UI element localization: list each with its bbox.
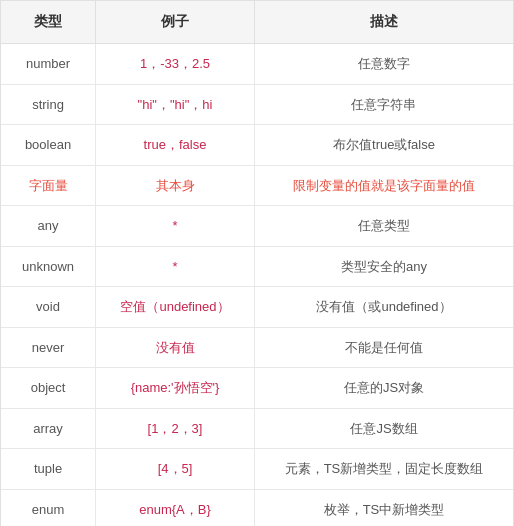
- cell-description: 任意数字: [254, 44, 513, 85]
- table-row: never没有值不能是任何值: [1, 327, 513, 368]
- cell-description: 不能是任何值: [254, 327, 513, 368]
- cell-example: [1，2，3]: [96, 408, 255, 449]
- cell-example: *: [96, 206, 255, 247]
- cell-example: "hi"，"hi"，hi: [96, 84, 255, 125]
- cell-description: 布尔值true或false: [254, 125, 513, 166]
- table-row: array[1，2，3]任意JS数组: [1, 408, 513, 449]
- cell-example: 空值（undefined）: [96, 287, 255, 328]
- table-row: unknown*类型安全的any: [1, 246, 513, 287]
- cell-example: *: [96, 246, 255, 287]
- type-table-container: 类型 例子 描述 number1，-33，2.5任意数字string"hi"，"…: [0, 0, 514, 526]
- table-row: void空值（undefined）没有值（或undefined）: [1, 287, 513, 328]
- cell-type: 字面量: [1, 165, 96, 206]
- header-description: 描述: [254, 1, 513, 44]
- type-table: 类型 例子 描述 number1，-33，2.5任意数字string"hi"，"…: [1, 1, 513, 526]
- table-header-row: 类型 例子 描述: [1, 1, 513, 44]
- cell-type: tuple: [1, 449, 96, 490]
- table-row: string"hi"，"hi"，hi任意字符串: [1, 84, 513, 125]
- cell-type: object: [1, 368, 96, 409]
- cell-example: [4，5]: [96, 449, 255, 490]
- cell-description: 元素，TS新增类型，固定长度数组: [254, 449, 513, 490]
- table-row: booleantrue，false布尔值true或false: [1, 125, 513, 166]
- cell-type: enum: [1, 489, 96, 526]
- cell-type: number: [1, 44, 96, 85]
- cell-type: any: [1, 206, 96, 247]
- header-example: 例子: [96, 1, 255, 44]
- cell-description: 任意字符串: [254, 84, 513, 125]
- table-row: number1，-33，2.5任意数字: [1, 44, 513, 85]
- table-row: enumenum{A，B}枚举，TS中新增类型: [1, 489, 513, 526]
- table-row: any*任意类型: [1, 206, 513, 247]
- cell-type: boolean: [1, 125, 96, 166]
- cell-description: 任意类型: [254, 206, 513, 247]
- cell-type: unknown: [1, 246, 96, 287]
- cell-description: 任意JS数组: [254, 408, 513, 449]
- cell-description: 类型安全的any: [254, 246, 513, 287]
- table-row: tuple[4，5]元素，TS新增类型，固定长度数组: [1, 449, 513, 490]
- cell-example: 其本身: [96, 165, 255, 206]
- table-row: 字面量其本身限制变量的值就是该字面量的值: [1, 165, 513, 206]
- cell-example: true，false: [96, 125, 255, 166]
- cell-example: enum{A，B}: [96, 489, 255, 526]
- cell-example: 没有值: [96, 327, 255, 368]
- cell-description: 没有值（或undefined）: [254, 287, 513, 328]
- cell-type: never: [1, 327, 96, 368]
- cell-type: array: [1, 408, 96, 449]
- cell-example: {name:'孙悟空'}: [96, 368, 255, 409]
- cell-description: 枚举，TS中新增类型: [254, 489, 513, 526]
- cell-type: string: [1, 84, 96, 125]
- table-row: object{name:'孙悟空'}任意的JS对象: [1, 368, 513, 409]
- table-body: number1，-33，2.5任意数字string"hi"，"hi"，hi任意字…: [1, 44, 513, 527]
- cell-description: 任意的JS对象: [254, 368, 513, 409]
- cell-description: 限制变量的值就是该字面量的值: [254, 165, 513, 206]
- cell-example: 1，-33，2.5: [96, 44, 255, 85]
- header-type: 类型: [1, 1, 96, 44]
- cell-type: void: [1, 287, 96, 328]
